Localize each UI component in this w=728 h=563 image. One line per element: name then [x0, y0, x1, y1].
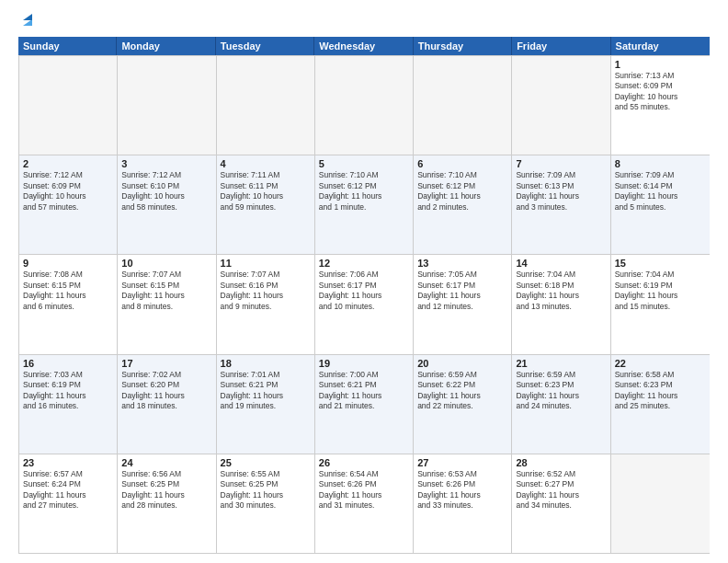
day-number: 16: [23, 358, 113, 369]
header-day-saturday: Saturday: [611, 37, 710, 55]
day-number: 28: [516, 457, 606, 468]
calendar-day-1: 1Sunrise: 7:13 AM Sunset: 6:09 PM Daylig…: [611, 56, 710, 155]
calendar-day-10: 10Sunrise: 7:07 AM Sunset: 6:15 PM Dayli…: [118, 255, 216, 353]
header-day-tuesday: Tuesday: [216, 37, 314, 55]
day-info: Sunrise: 7:06 AM Sunset: 6:17 PM Dayligh…: [319, 270, 409, 312]
day-number: 5: [319, 158, 409, 169]
calendar-header: SundayMondayTuesdayWednesdayThursdayFrid…: [18, 37, 710, 55]
day-number: 19: [319, 358, 409, 369]
day-info: Sunrise: 7:12 AM Sunset: 6:09 PM Dayligh…: [23, 170, 113, 213]
calendar-day-21: 21Sunrise: 6:59 AM Sunset: 6:23 PM Dayli…: [512, 355, 610, 454]
calendar-day-3: 3Sunrise: 7:12 AM Sunset: 6:10 PM Daylig…: [118, 155, 216, 254]
calendar-day-7: 7Sunrise: 7:09 AM Sunset: 6:13 PM Daylig…: [512, 155, 610, 254]
day-info: Sunrise: 7:00 AM Sunset: 6:21 PM Dayligh…: [319, 370, 409, 412]
day-info: Sunrise: 7:08 AM Sunset: 6:15 PM Dayligh…: [23, 270, 113, 312]
day-number: 21: [516, 358, 606, 369]
header-day-monday: Monday: [117, 37, 215, 55]
day-info: Sunrise: 7:09 AM Sunset: 6:13 PM Dayligh…: [516, 170, 606, 213]
svg-marker-0: [23, 19, 32, 26]
day-number: 8: [615, 158, 706, 169]
day-info: Sunrise: 7:07 AM Sunset: 6:16 PM Dayligh…: [221, 270, 311, 312]
day-info: Sunrise: 7:05 AM Sunset: 6:17 PM Dayligh…: [417, 270, 507, 312]
day-number: 20: [417, 358, 507, 369]
page: SundayMondayTuesdayWednesdayThursdayFrid…: [0, 0, 728, 563]
day-info: Sunrise: 7:04 AM Sunset: 6:19 PM Dayligh…: [615, 270, 706, 312]
day-info: Sunrise: 6:59 AM Sunset: 6:22 PM Dayligh…: [417, 370, 507, 412]
day-info: Sunrise: 6:58 AM Sunset: 6:23 PM Dayligh…: [615, 370, 706, 412]
calendar-empty-cell: [414, 56, 512, 155]
day-number: 23: [23, 457, 113, 468]
calendar-day-24: 24Sunrise: 6:56 AM Sunset: 6:25 PM Dayli…: [118, 454, 216, 553]
day-number: 24: [121, 457, 211, 468]
header-day-sunday: Sunday: [18, 37, 117, 55]
day-info: Sunrise: 7:04 AM Sunset: 6:18 PM Dayligh…: [516, 270, 606, 312]
day-number: 4: [221, 158, 311, 169]
day-info: Sunrise: 7:03 AM Sunset: 6:19 PM Dayligh…: [23, 370, 113, 412]
svg-marker-1: [23, 14, 32, 20]
calendar-day-11: 11Sunrise: 7:07 AM Sunset: 6:16 PM Dayli…: [217, 255, 315, 353]
header-day-friday: Friday: [512, 37, 610, 55]
calendar-day-13: 13Sunrise: 7:05 AM Sunset: 6:17 PM Dayli…: [414, 255, 512, 353]
day-number: 13: [417, 258, 507, 269]
calendar-empty-cell: [118, 56, 216, 155]
calendar-day-4: 4Sunrise: 7:11 AM Sunset: 6:11 PM Daylig…: [217, 155, 315, 254]
calendar-day-2: 2Sunrise: 7:12 AM Sunset: 6:09 PM Daylig…: [19, 155, 118, 254]
calendar-day-22: 22Sunrise: 6:58 AM Sunset: 6:23 PM Dayli…: [611, 355, 710, 454]
day-info: Sunrise: 6:53 AM Sunset: 6:26 PM Dayligh…: [417, 469, 507, 511]
day-number: 1: [615, 59, 706, 70]
day-info: Sunrise: 7:01 AM Sunset: 6:21 PM Dayligh…: [221, 370, 311, 412]
calendar-day-5: 5Sunrise: 7:10 AM Sunset: 6:12 PM Daylig…: [315, 155, 414, 254]
day-number: 17: [121, 358, 211, 369]
day-info: Sunrise: 7:02 AM Sunset: 6:20 PM Dayligh…: [121, 370, 211, 412]
calendar-day-14: 14Sunrise: 7:04 AM Sunset: 6:18 PM Dayli…: [512, 255, 610, 353]
calendar: SundayMondayTuesdayWednesdayThursdayFrid…: [18, 37, 710, 554]
calendar-day-27: 27Sunrise: 6:53 AM Sunset: 6:26 PM Dayli…: [414, 454, 512, 553]
day-info: Sunrise: 6:52 AM Sunset: 6:27 PM Dayligh…: [516, 469, 606, 511]
header: [18, 15, 710, 28]
day-number: 14: [516, 258, 606, 269]
logo: [18, 15, 36, 28]
day-info: Sunrise: 6:56 AM Sunset: 6:25 PM Dayligh…: [121, 469, 211, 511]
calendar-day-9: 9Sunrise: 7:08 AM Sunset: 6:15 PM Daylig…: [19, 255, 118, 353]
calendar-day-12: 12Sunrise: 7:06 AM Sunset: 6:17 PM Dayli…: [315, 255, 414, 353]
logo-arrow-icon: [19, 13, 36, 29]
calendar-week-5: 23Sunrise: 6:57 AM Sunset: 6:24 PM Dayli…: [19, 454, 710, 553]
calendar-day-20: 20Sunrise: 6:59 AM Sunset: 6:22 PM Dayli…: [414, 355, 512, 454]
day-info: Sunrise: 7:11 AM Sunset: 6:11 PM Dayligh…: [221, 170, 311, 213]
calendar-empty-cell: [611, 454, 710, 553]
day-number: 18: [221, 358, 311, 369]
day-number: 22: [615, 358, 706, 369]
calendar-day-16: 16Sunrise: 7:03 AM Sunset: 6:19 PM Dayli…: [19, 355, 118, 454]
calendar-week-2: 2Sunrise: 7:12 AM Sunset: 6:09 PM Daylig…: [19, 155, 710, 254]
calendar-week-3: 9Sunrise: 7:08 AM Sunset: 6:15 PM Daylig…: [19, 254, 710, 353]
calendar-day-17: 17Sunrise: 7:02 AM Sunset: 6:20 PM Dayli…: [118, 355, 216, 454]
day-info: Sunrise: 7:10 AM Sunset: 6:12 PM Dayligh…: [417, 170, 507, 213]
calendar-day-19: 19Sunrise: 7:00 AM Sunset: 6:21 PM Dayli…: [315, 355, 414, 454]
day-number: 3: [121, 158, 211, 169]
day-number: 12: [319, 258, 409, 269]
header-day-wednesday: Wednesday: [314, 37, 413, 55]
calendar-day-28: 28Sunrise: 6:52 AM Sunset: 6:27 PM Dayli…: [512, 454, 610, 553]
day-number: 15: [615, 258, 706, 269]
day-info: Sunrise: 7:13 AM Sunset: 6:09 PM Dayligh…: [615, 71, 706, 113]
day-number: 7: [516, 158, 606, 169]
calendar-day-6: 6Sunrise: 7:10 AM Sunset: 6:12 PM Daylig…: [414, 155, 512, 254]
calendar-day-26: 26Sunrise: 6:54 AM Sunset: 6:26 PM Dayli…: [315, 454, 414, 553]
day-number: 6: [417, 158, 507, 169]
day-info: Sunrise: 7:07 AM Sunset: 6:15 PM Dayligh…: [121, 270, 211, 312]
calendar-day-8: 8Sunrise: 7:09 AM Sunset: 6:14 PM Daylig…: [611, 155, 710, 254]
day-number: 10: [121, 258, 211, 269]
calendar-empty-cell: [19, 56, 118, 155]
day-info: Sunrise: 6:55 AM Sunset: 6:25 PM Dayligh…: [221, 469, 311, 511]
day-info: Sunrise: 7:09 AM Sunset: 6:14 PM Dayligh…: [615, 170, 706, 213]
calendar-empty-cell: [512, 56, 610, 155]
day-number: 2: [23, 158, 113, 169]
calendar-day-18: 18Sunrise: 7:01 AM Sunset: 6:21 PM Dayli…: [217, 355, 315, 454]
day-number: 11: [221, 258, 311, 269]
day-number: 25: [221, 457, 311, 468]
day-number: 9: [23, 258, 113, 269]
day-info: Sunrise: 6:59 AM Sunset: 6:23 PM Dayligh…: [516, 370, 606, 412]
day-number: 26: [319, 457, 409, 468]
day-info: Sunrise: 6:54 AM Sunset: 6:26 PM Dayligh…: [319, 469, 409, 511]
calendar-day-23: 23Sunrise: 6:57 AM Sunset: 6:24 PM Dayli…: [19, 454, 118, 553]
